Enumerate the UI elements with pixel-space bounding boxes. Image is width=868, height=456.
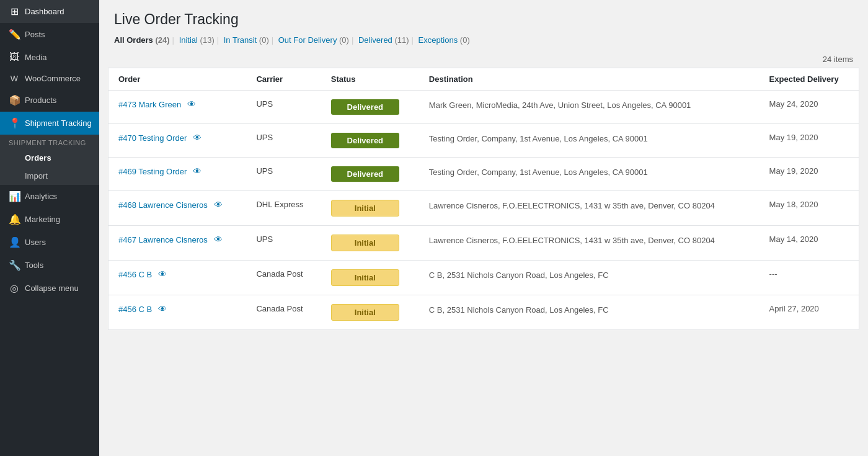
- sidebar-item-marketing[interactable]: 🔔 Marketing: [0, 208, 99, 231]
- sidebar-item-analytics[interactable]: 📊 Analytics: [0, 185, 99, 208]
- order-link-5[interactable]: #456 C B: [118, 270, 152, 279]
- filter-in-transit-link[interactable]: In Transit: [224, 35, 257, 45]
- status-cell-6: Initial: [321, 295, 419, 330]
- main-content: Live Order Tracking All Orders (24) | In…: [99, 0, 868, 456]
- marketing-icon: 🔔: [9, 213, 20, 225]
- table-row: #470 Testing Order 👁 UPS Delivered Testi…: [108, 124, 859, 158]
- shipment-tracking-icon: 📍: [9, 117, 20, 129]
- col-expected-delivery: Expected Delivery: [760, 68, 859, 91]
- col-destination: Destination: [419, 68, 760, 91]
- sidebar-item-label: Media: [25, 53, 46, 62]
- carrier-cell-2: UPS: [246, 158, 321, 191]
- carrier-cell-4: UPS: [246, 226, 321, 261]
- order-link-2[interactable]: #469 Testing Order: [118, 167, 187, 176]
- view-icon-2[interactable]: 👁: [193, 166, 202, 176]
- filter-sep-1: |: [172, 35, 174, 45]
- col-status: Status: [321, 68, 419, 91]
- sidebar-item-users[interactable]: 👤 Users: [0, 231, 99, 254]
- filter-all-orders-count: (24): [155, 35, 169, 45]
- table-row: #468 Lawrence Cisneros 👁 DHL Express Ini…: [108, 191, 859, 226]
- filter-sep-5: |: [412, 35, 414, 45]
- filter-in-transit[interactable]: In Transit (0): [221, 35, 269, 45]
- order-link-6[interactable]: #456 C B: [118, 305, 152, 314]
- sidebar-submenu-import[interactable]: Import: [0, 167, 99, 185]
- view-icon-4[interactable]: 👁: [214, 235, 223, 244]
- order-cell-5: #456 C B 👁: [108, 261, 247, 295]
- filter-initial-link[interactable]: Initial: [179, 35, 198, 45]
- submenu-group-label: Shipment Tracking: [0, 135, 99, 149]
- tools-icon: 🔧: [9, 259, 20, 271]
- sidebar-item-label: Dashboard: [25, 7, 64, 16]
- order-link-4[interactable]: #467 Lawrence Cisneros: [118, 235, 208, 244]
- order-cell-2: #469 Testing Order 👁: [108, 158, 247, 191]
- filter-exceptions-link[interactable]: Exceptions: [418, 35, 458, 45]
- view-icon-5[interactable]: 👁: [158, 269, 167, 279]
- carrier-cell-3: DHL Express: [246, 191, 321, 226]
- order-link-3[interactable]: #468 Lawrence Cisneros: [118, 200, 208, 210]
- filter-initial-count: (13): [200, 35, 215, 45]
- filter-out-for-delivery[interactable]: Out For Delivery (0): [276, 35, 349, 45]
- view-icon-6[interactable]: 👁: [158, 304, 167, 314]
- delivery-date-cell-6: April 27, 2020: [760, 295, 859, 330]
- sidebar-item-products[interactable]: 📦 Products: [0, 89, 99, 112]
- sidebar-item-tools[interactable]: 🔧 Tools: [0, 254, 99, 277]
- filter-delivered[interactable]: Delivered (11): [356, 35, 409, 45]
- filter-sep-3: |: [272, 35, 273, 45]
- filter-out-for-delivery-link[interactable]: Out For Delivery: [278, 35, 337, 45]
- sidebar-item-collapse[interactable]: ◎ Collapse menu: [0, 277, 99, 300]
- status-cell-4: Initial: [321, 226, 419, 261]
- view-icon-3[interactable]: 👁: [214, 200, 223, 210]
- filter-bar: All Orders (24) | Initial (13) | In Tran…: [114, 35, 853, 51]
- status-cell-2: Delivered: [321, 158, 419, 191]
- delivery-date-cell-5: ---: [760, 261, 859, 295]
- delivery-date-cell-3: May 18, 2020: [760, 191, 859, 226]
- delivery-date-cell-4: May 14, 2020: [760, 226, 859, 261]
- destination-text-0: Mark Green, MicroMedia, 24th Ave, Union …: [429, 101, 691, 110]
- status-cell-0: Delivered: [321, 91, 419, 124]
- carrier-cell-6: Canada Post: [246, 295, 321, 330]
- filter-exceptions[interactable]: Exceptions (0): [416, 35, 470, 45]
- table-row: #467 Lawrence Cisneros 👁 UPS Initial Law…: [108, 226, 859, 261]
- delivery-date-6: April 27, 2020: [769, 304, 819, 313]
- sidebar-item-woocommerce[interactable]: W WooCommerce: [0, 68, 99, 89]
- delivery-date-0: May 24, 2020: [769, 99, 818, 109]
- sidebar-item-shipment-tracking[interactable]: 📍 Shipment Tracking: [0, 112, 99, 135]
- status-badge-0: Delivered: [331, 99, 399, 115]
- sidebar-submenu-orders[interactable]: Orders: [0, 149, 99, 167]
- order-cell-4: #467 Lawrence Cisneros 👁: [108, 226, 247, 261]
- destination-cell-2: Testing Order, Company, 1st Avenue, Los …: [419, 158, 760, 191]
- sidebar-item-posts[interactable]: ✏️ Posts: [0, 23, 99, 46]
- delivery-date-1: May 19, 2020: [769, 133, 818, 142]
- sidebar-item-label: WooCommerce: [25, 74, 81, 83]
- status-badge-2: Delivered: [331, 166, 399, 182]
- delivery-date-4: May 14, 2020: [769, 235, 818, 244]
- destination-text-1: Testing Order, Company, 1st Avenue, Los …: [429, 134, 648, 143]
- filter-initial[interactable]: Initial (13): [177, 35, 215, 45]
- view-icon-1[interactable]: 👁: [193, 133, 202, 143]
- destination-cell-6: C B, 2531 Nichols Canyon Road, Los Angel…: [419, 295, 760, 330]
- sidebar-item-dashboard[interactable]: ⊞ Dashboard: [0, 0, 99, 23]
- sidebar-item-label: Analytics: [25, 192, 57, 201]
- delivery-date-cell-1: May 19, 2020: [760, 124, 859, 158]
- col-carrier: Carrier: [246, 68, 321, 91]
- status-badge-4: Initial: [331, 235, 399, 251]
- status-cell-3: Initial: [321, 191, 419, 226]
- sidebar-item-media[interactable]: 🖼 Media: [0, 46, 99, 68]
- order-cell-3: #468 Lawrence Cisneros 👁: [108, 191, 247, 226]
- posts-icon: ✏️: [9, 29, 20, 40]
- status-badge-3: Initial: [331, 200, 399, 217]
- filter-all-orders-label: All Orders: [114, 35, 153, 45]
- col-order: Order: [108, 68, 247, 91]
- destination-text-5: C B, 2531 Nichols Canyon Road, Los Angel…: [429, 270, 609, 280]
- delivery-date-cell-2: May 19, 2020: [760, 158, 859, 191]
- order-link-0[interactable]: #473 Mark Green: [118, 100, 181, 109]
- view-icon-0[interactable]: 👁: [187, 99, 196, 109]
- sidebar-item-label: Collapse menu: [25, 284, 79, 293]
- table-row: #456 C B 👁 Canada Post Initial C B, 2531…: [108, 295, 859, 330]
- filter-all-orders[interactable]: All Orders (24): [114, 35, 170, 45]
- filter-delivered-link[interactable]: Delivered: [358, 35, 392, 45]
- order-link-1[interactable]: #470 Testing Order: [118, 133, 187, 143]
- filter-delivered-count: (11): [394, 35, 409, 45]
- filter-out-for-delivery-count: (0): [339, 35, 349, 45]
- status-badge-1: Delivered: [331, 133, 399, 148]
